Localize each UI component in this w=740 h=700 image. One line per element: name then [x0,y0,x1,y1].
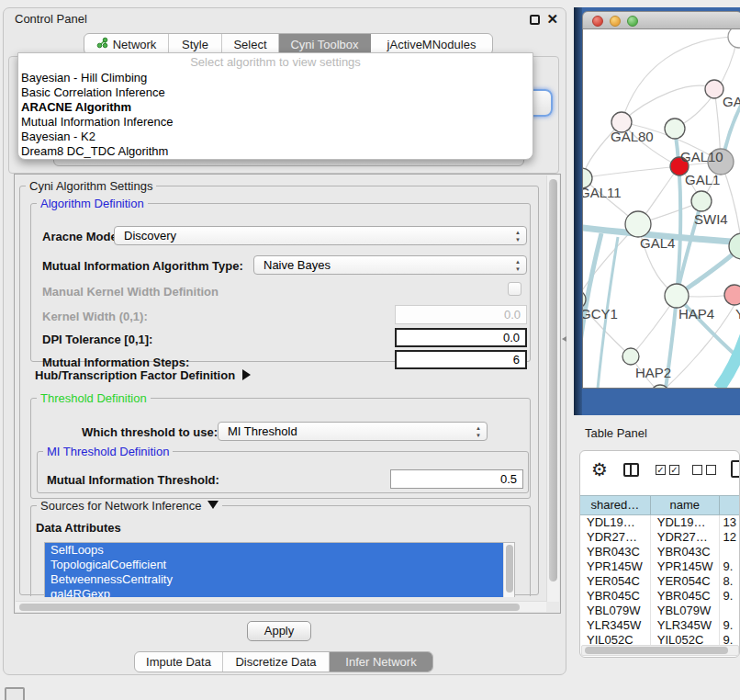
stepper-arrows-icon: ▲▼ [515,229,521,243]
float-panel-icon[interactable] [530,15,540,25]
data-attributes-list[interactable]: SelfLoops TopologicalCoefficient Between… [44,542,515,597]
list-item[interactable]: SelfLoops [45,543,514,558]
algorithm-option[interactable]: Basic Correlation Inference [21,85,530,100]
table-row[interactable]: YDR27… YDR27… 12 [580,530,739,545]
list-item[interactable]: BetweennessCentrality [45,572,514,587]
splitter-handle-icon[interactable] [562,336,566,342]
table-row[interactable]: YLR345W YLR345W 9. [580,618,739,633]
node-label: HAP2 [635,365,671,380]
minimize-traffic-light-icon[interactable] [610,16,621,27]
tab-jactivemnodules[interactable]: jActiveMNodules [371,34,492,54]
table-body: YDL19… YDL19… 13 YDR27… YDR27… 12 YBR043… [580,515,739,645]
data-attributes-label: Data Attributes [36,521,121,535]
node-swi4[interactable] [691,191,712,211]
manual-kernel-checkbox[interactable] [508,282,521,296]
kernel-width-input[interactable]: 0.0 [395,305,527,324]
node-label: HAP4 [678,306,714,322]
network-view-frame: GAL GAL80 GAL10 GAL1 GAL11 SWI4 GAL4 GCY… [574,7,740,415]
deselect-all-checkbox-icon[interactable] [692,465,702,475]
expand-right-icon [242,369,251,380]
mi-type-label: Mutual Information Algorithm Type: [42,259,243,273]
network-window-titlebar[interactable] [582,11,740,29]
list-vertical-scrollbar[interactable] [503,543,514,597]
tab-impute-data[interactable]: Impute Data [135,652,223,672]
which-threshold-select[interactable]: MI Threshold ▲▼ [218,422,488,441]
table-row[interactable]: YIL052C YIL052C 9. [580,633,739,645]
column-header[interactable] [720,496,739,514]
hub-tf-section-toggle[interactable]: Hub/Transcription Factor Definition [35,368,251,382]
settings-horizontal-scrollbar[interactable] [16,601,546,612]
cyni-settings-group-title: Cyni Algorithm Settings [26,179,156,193]
table-header-row: shared… name [580,495,739,515]
node-salmon[interactable] [724,285,740,305]
list-item[interactable]: gal4RGexp [45,587,514,597]
table-row[interactable]: YPR145W YPR145W 9. [580,559,739,574]
algorithm-option-selected[interactable]: ARACNE Algorithm [21,100,530,115]
select-all-checkbox-icon[interactable]: ✓ [656,465,666,475]
column-selector-icon[interactable] [623,463,639,477]
gear-icon[interactable]: ⚙ [591,460,608,479]
deselect-all-checkbox-icon[interactable] [706,465,716,475]
aracne-mode-label: Aracne Mode: [42,230,121,243]
close-traffic-light-icon[interactable] [592,16,603,27]
tab-style[interactable]: Style [169,34,222,54]
node-label: GAL10 [680,149,723,164]
algorithm-option[interactable]: Bayesian - K2 [21,130,530,144]
table-row[interactable]: YBR045C YBR045C 9. [580,589,739,604]
node-pink[interactable] [705,80,723,98]
dpi-tolerance-input[interactable]: 0.0 [395,328,527,347]
table-horizontal-scrollbar[interactable] [581,645,739,656]
node-gal4[interactable] [625,211,651,237]
network-icon [96,37,108,51]
node-gal10[interactable] [665,119,685,139]
table-row[interactable]: YDL19… YDL19… 13 [580,515,739,530]
close-icon[interactable]: ✕ [546,11,558,28]
scrollbar-thumb[interactable] [549,179,557,581]
aracne-mode-select[interactable]: Discovery ▲▼ [114,226,527,245]
network-window: GAL GAL80 GAL10 GAL1 GAL11 SWI4 GAL4 GCY… [582,11,740,389]
select-all-checkbox-icon[interactable]: ✓ [669,465,679,475]
table-row[interactable]: YBL079W YBL079W [580,604,739,618]
node-hap2[interactable] [622,348,639,365]
sources-group-title[interactable]: Sources for Network Inference [37,499,222,513]
network-canvas[interactable]: GAL GAL80 GAL10 GAL1 GAL11 SWI4 GAL4 GCY… [582,29,740,389]
scrollbar-thumb[interactable] [585,647,728,654]
table-panel: ⚙ ✓ ✓ shared… name YDL19… YDL19… 13 YDR2… [579,450,740,658]
algorithm-option[interactable]: Mutual Information Inference [21,115,530,130]
control-panel: Control Panel ✕ Network Style [3,7,566,675]
scrollbar-thumb[interactable] [19,604,520,611]
algorithm-dropdown-popup: Select algorithm to view settings Bayesi… [17,52,533,160]
node-partial-top[interactable] [728,29,740,48]
threshold-definition-title: Threshold Definition [37,391,151,405]
zoom-traffic-light-icon[interactable] [627,16,638,27]
table-row[interactable]: YBR043C YBR043C [580,545,739,559]
node-label: SWI4 [694,211,728,227]
apply-button[interactable]: Apply [247,621,311,641]
column-header[interactable]: shared… [580,496,651,514]
scrollbar-thumb[interactable] [506,545,513,593]
algorithm-option-list: Bayesian - Hill Climbing Basic Correlati… [21,71,530,159]
node-label: Y [735,306,740,322]
cyni-settings-group: Cyni Algorithm Settings Algorithm Defini… [19,186,539,595]
document-icon[interactable] [731,460,740,478]
frame-left-band [574,7,582,415]
tab-cyni-toolbox[interactable]: Cyni Toolbox [279,34,371,54]
column-header[interactable]: name [651,496,720,514]
table-row[interactable]: YER054C YER054C 8. [580,574,739,589]
restore-panel-icon[interactable] [5,687,25,700]
settings-vertical-scrollbar[interactable] [546,175,559,602]
mi-steps-input[interactable]: 6 [395,350,527,369]
tab-discretize-data[interactable]: Discretize Data [223,652,330,672]
control-panel-title: Control Panel [15,12,87,26]
mi-type-select[interactable]: Naive Bayes ▲▼ [253,255,527,275]
list-item[interactable]: TopologicalCoefficient [45,558,514,572]
thick-cyan-edge [719,328,740,389]
algorithm-option[interactable]: Dream8 DC_TDC Algorithm [21,144,530,159]
node-label: GAL [723,94,740,109]
tab-network[interactable]: Network [84,34,169,54]
tab-select[interactable]: Select [222,34,279,54]
tab-infer-network[interactable]: Infer Network [330,652,432,672]
algorithm-option[interactable]: Bayesian - Hill Climbing [21,71,530,85]
mi-threshold-input[interactable]: 0.5 [390,469,523,489]
node-hap4[interactable] [665,284,689,308]
